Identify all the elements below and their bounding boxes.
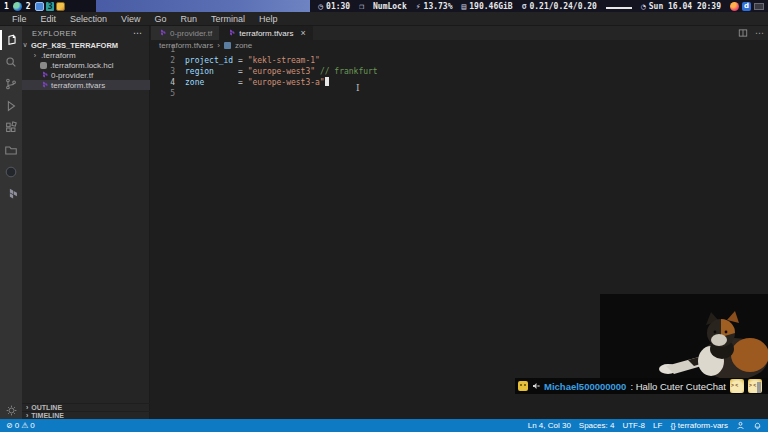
- workspace-2[interactable]: 2: [24, 2, 33, 11]
- monitor-icon[interactable]: [35, 2, 44, 11]
- editor-tab-bar: 0-provider.tf terraform.tfvars × ⋯: [151, 26, 768, 40]
- speaker-mute-icon[interactable]: [532, 382, 540, 390]
- menu-view[interactable]: View: [114, 14, 147, 24]
- menu-help[interactable]: Help: [252, 14, 285, 24]
- menu-go[interactable]: Go: [147, 14, 173, 24]
- vscode-menu-bar: File Edit Selection View Go Run Terminal…: [0, 12, 768, 26]
- terraform-file-icon: [40, 71, 48, 79]
- clock-icon: ◷: [318, 2, 323, 11]
- date-value: Sun 16.04 20:39: [649, 2, 721, 11]
- encoding[interactable]: UTF-8: [622, 421, 645, 430]
- timeline-section[interactable]: › TIMELINE: [22, 411, 150, 419]
- file-terraform-tfvars[interactable]: terraform.tfvars: [22, 80, 150, 90]
- token-variable: region: [185, 67, 214, 76]
- chevron-right-icon: ›: [26, 412, 28, 419]
- notes-icon[interactable]: [56, 2, 65, 11]
- problems-indicator[interactable]: ⊘ 0 ⚠ 0: [6, 421, 35, 430]
- chat-username[interactable]: Michael500000000: [544, 381, 626, 392]
- explorer-more-actions-icon[interactable]: ⋯: [133, 28, 142, 38]
- remote-explorer-icon[interactable]: [0, 140, 22, 160]
- manage-gear-icon[interactable]: [0, 400, 22, 420]
- memory-module: ▤ 190.46GiB: [461, 2, 512, 11]
- explorer-title: EXPLORER: [32, 29, 77, 38]
- source-control-icon[interactable]: [0, 74, 22, 94]
- error-count: 0: [15, 421, 19, 430]
- text-caret: [325, 77, 329, 86]
- file-label: 0-provider.tf: [51, 71, 93, 80]
- window-icon: ❐: [359, 2, 364, 11]
- globe-icon[interactable]: [13, 2, 22, 11]
- outline-section[interactable]: › OUTLINE: [22, 403, 150, 411]
- eol-sequence[interactable]: LF: [653, 421, 662, 430]
- line-number: 3: [151, 66, 175, 77]
- extensions-icon[interactable]: [0, 118, 22, 138]
- file-label: terraform.tfvars: [51, 81, 105, 90]
- menu-selection[interactable]: Selection: [63, 14, 114, 24]
- code-line-2[interactable]: 2 project_id = "kekl-stream-1": [151, 55, 768, 66]
- menu-file[interactable]: File: [5, 14, 34, 24]
- tab-label: 0-provider.tf: [170, 29, 212, 38]
- code-line-3[interactable]: 3 region = "europe-west3" // frankfurt: [151, 66, 768, 77]
- more-actions-icon[interactable]: ⋯: [755, 28, 764, 38]
- run-debug-icon[interactable]: [0, 96, 22, 116]
- braces-icon: {}: [670, 421, 675, 430]
- docker-icon[interactable]: [0, 162, 22, 182]
- menu-terminal[interactable]: Terminal: [204, 14, 252, 24]
- token-variable: zone: [185, 78, 204, 87]
- outline-label: OUTLINE: [31, 404, 62, 411]
- language-mode[interactable]: {} terraform-vars: [670, 421, 728, 430]
- tab-terraform-tfvars[interactable]: terraform.tfvars ×: [220, 26, 313, 40]
- indentation[interactable]: Spaces: 4: [579, 421, 615, 430]
- system-modules: ◷ 01:30 ❐ NumLock ⚡ 13.73% ▤ 190.46GiB σ…: [310, 0, 768, 12]
- menu-edit[interactable]: Edit: [34, 14, 64, 24]
- search-icon[interactable]: [0, 52, 22, 72]
- calendar-clock-icon: ◔: [641, 2, 646, 11]
- file-0-provider-tf[interactable]: 0-provider.tf: [22, 70, 150, 80]
- terraform-icon[interactable]: [0, 184, 22, 204]
- status-left: ⊘ 0 ⚠ 0: [6, 421, 35, 430]
- stream-chat-overlay: Michael500000000 : Hallo Cuter CuteChat: [515, 378, 768, 394]
- cpu-module: ⚡ 13.73%: [416, 2, 453, 11]
- token-string: "kekl-stream-1": [248, 56, 320, 65]
- d-app-tray-icon[interactable]: d: [742, 2, 751, 11]
- code-line-4[interactable]: 4 zone = "europe-west3-a": [151, 77, 768, 88]
- workspace-root-folder[interactable]: ∨ GCP_K8S_TERRAFORM: [22, 40, 150, 50]
- line-number: 1: [151, 44, 175, 55]
- file-terraform-folder[interactable]: › .terraform: [22, 50, 150, 60]
- editor-actions: ⋯: [738, 26, 764, 40]
- workbench: EXPLORER ⋯ ∨ GCP_K8S_TERRAFORM › .terraf…: [0, 26, 768, 419]
- warning-icon: ⚠: [21, 421, 28, 430]
- code-line-1[interactable]: 1: [151, 44, 768, 55]
- menu-run[interactable]: Run: [173, 14, 204, 24]
- split-editor-icon[interactable]: [738, 28, 748, 38]
- browser-tray-icon[interactable]: [730, 2, 739, 11]
- display-tray-icon[interactable]: [754, 3, 764, 10]
- code-editor[interactable]: 1 2 project_id = "kekl-stream-1" 3 regio…: [151, 44, 768, 99]
- cursor-position[interactable]: Ln 4, Col 30: [528, 421, 571, 430]
- terraform-file-icon: [40, 81, 48, 89]
- file-terraform-lock[interactable]: .terraform.lock.hcl: [22, 60, 150, 70]
- chevron-down-icon: ∨: [22, 41, 28, 49]
- token-comment: // frankfurt: [315, 67, 378, 76]
- tab-0-provider-tf[interactable]: 0-provider.tf: [151, 26, 220, 40]
- emote-icon: [730, 379, 744, 393]
- file-label: .terraform.lock.hcl: [50, 61, 114, 70]
- code-line-5[interactable]: 5: [151, 88, 768, 99]
- explorer-header: EXPLORER ⋯: [22, 26, 150, 40]
- token-operator: =: [233, 56, 247, 65]
- token-string: "europe-west3-a": [248, 78, 325, 87]
- root-folder-label: GCP_K8S_TERRAFORM: [31, 41, 118, 50]
- workspace-1[interactable]: 1: [2, 2, 11, 11]
- workspace-3[interactable]: 3: [46, 2, 55, 11]
- cat-image: [648, 310, 768, 382]
- close-icon[interactable]: ×: [300, 28, 305, 38]
- feedback-person-icon[interactable]: [736, 421, 745, 430]
- notifications-bell-icon[interactable]: [753, 421, 762, 430]
- cpu-icon: ⚡: [416, 2, 421, 11]
- chat-scrollbar[interactable]: [757, 382, 761, 393]
- workspace-switcher[interactable]: 1 2 3: [0, 0, 96, 12]
- system-tray: d: [730, 2, 764, 11]
- load-icon: σ: [522, 2, 527, 11]
- explorer-icon[interactable]: [0, 30, 22, 50]
- cpu-value: 13.73%: [424, 2, 453, 11]
